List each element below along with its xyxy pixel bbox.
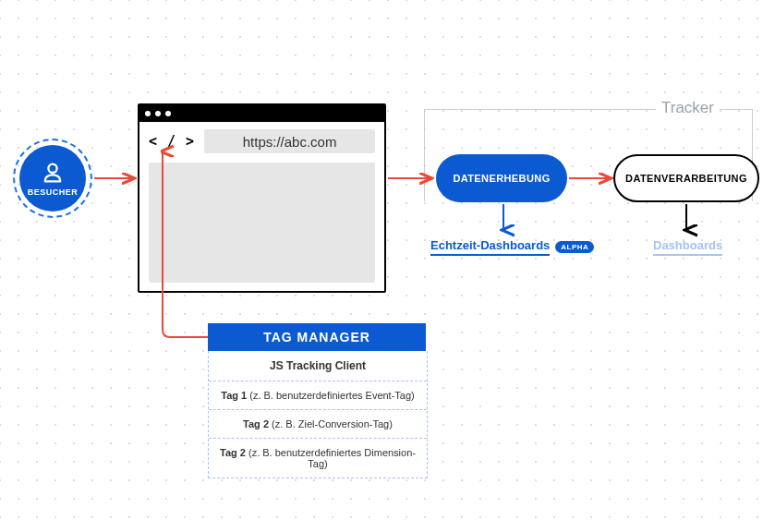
tag-manager-row: Tag 1 (z. B. benutzerdefiniertes Event-T… (209, 381, 427, 409)
node-data-collection-label: DATENERHEBUNG (453, 173, 550, 184)
arrow-collect-to-realtime (497, 202, 510, 236)
badge-alpha: ALPHA (555, 241, 594, 253)
visitor-label: BESUCHER (28, 187, 79, 197)
tracker-group-label: Tracker (656, 99, 720, 117)
arrow-collect-to-process (567, 172, 615, 185)
visitor-disc: BESUCHER (19, 145, 86, 212)
tag-manager-row: Tag 2 (z. B. Ziel-Conversion-Tag) (209, 409, 427, 438)
person-icon (40, 160, 66, 186)
tag-manager-row-rest: (z. B. Ziel-Conversion-Tag) (269, 418, 393, 429)
tag-manager-row: JS Tracking Client (209, 351, 427, 381)
tag-manager-row-bold: JS Tracking Client (270, 359, 366, 372)
link-realtime-dashboards-text: Echtzeit-Dashboards (430, 238, 550, 256)
window-dot (165, 111, 171, 116)
browser-url-text: https://abc.com (243, 134, 337, 150)
browser-url-bar: https://abc.com (204, 129, 375, 153)
node-data-collection: DATENERHEBUNG (436, 154, 567, 202)
tag-manager-row-rest: (z. B. benutzerdefiniertes Dimension-Tag… (246, 447, 416, 469)
tag-manager-header-label: TAG MANAGER (263, 330, 370, 345)
diagram-stage: Tracker BESUCHER < / > https://abc.com (0, 0, 763, 532)
arrow-visitor-to-browser (92, 172, 139, 185)
link-dashboards-text: Dashboards (653, 238, 722, 256)
window-dot (155, 111, 161, 116)
arrow-tagmanager-to-browser (157, 146, 212, 340)
browser-titlebar (139, 105, 384, 122)
visitor-node: BESUCHER (13, 139, 92, 218)
tag-manager-row-bold: Tag 2 (243, 418, 269, 429)
node-data-processing-label: DATENVERARBEITUNG (625, 173, 747, 184)
tag-manager-row-bold: Tag 2 (220, 447, 246, 458)
arrow-process-to-dashboards (680, 202, 693, 236)
node-data-processing: DATENVERARBEITUNG (613, 154, 759, 202)
link-dashboards[interactable]: Dashboards (653, 238, 722, 256)
tag-manager-header: TAG MANAGER (208, 323, 426, 351)
link-realtime-dashboards[interactable]: Echtzeit-Dashboards ALPHA (430, 238, 594, 256)
tag-manager-row-rest: (z. B. benutzerdefiniertes Event-Tag) (247, 390, 415, 401)
tag-manager-row: Tag 2 (z. B. benutzerdefiniertes Dimensi… (209, 438, 427, 478)
tag-manager-body: JS Tracking Client Tag 1 (z. B. benutzer… (208, 351, 428, 478)
arrow-browser-to-collect (386, 172, 436, 185)
window-dot (145, 111, 151, 116)
tag-manager-row-bold: Tag 1 (221, 390, 247, 401)
